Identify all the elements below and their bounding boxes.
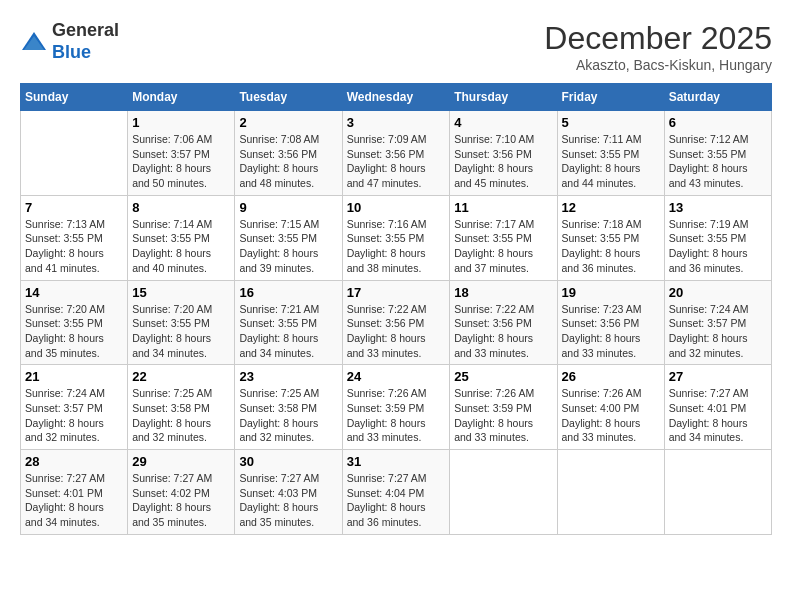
month-title: December 2025 — [544, 20, 772, 57]
calendar-cell: 13Sunrise: 7:19 AM Sunset: 3:55 PM Dayli… — [664, 195, 771, 280]
day-info: Sunrise: 7:27 AM Sunset: 4:04 PM Dayligh… — [347, 471, 446, 530]
day-number: 19 — [562, 285, 660, 300]
day-number: 16 — [239, 285, 337, 300]
calendar-cell: 15Sunrise: 7:20 AM Sunset: 3:55 PM Dayli… — [128, 280, 235, 365]
day-info: Sunrise: 7:15 AM Sunset: 3:55 PM Dayligh… — [239, 217, 337, 276]
day-info: Sunrise: 7:19 AM Sunset: 3:55 PM Dayligh… — [669, 217, 767, 276]
day-number: 15 — [132, 285, 230, 300]
calendar-cell: 23Sunrise: 7:25 AM Sunset: 3:58 PM Dayli… — [235, 365, 342, 450]
day-number: 8 — [132, 200, 230, 215]
logo-general-text: General — [52, 20, 119, 40]
calendar-cell — [557, 450, 664, 535]
calendar-cell: 11Sunrise: 7:17 AM Sunset: 3:55 PM Dayli… — [450, 195, 557, 280]
day-number: 13 — [669, 200, 767, 215]
day-number: 31 — [347, 454, 446, 469]
day-number: 29 — [132, 454, 230, 469]
day-info: Sunrise: 7:11 AM Sunset: 3:55 PM Dayligh… — [562, 132, 660, 191]
day-info: Sunrise: 7:20 AM Sunset: 3:55 PM Dayligh… — [132, 302, 230, 361]
page-header: General Blue December 2025 Akaszto, Bacs… — [20, 20, 772, 73]
calendar-cell: 3Sunrise: 7:09 AM Sunset: 3:56 PM Daylig… — [342, 111, 450, 196]
week-row-2: 7Sunrise: 7:13 AM Sunset: 3:55 PM Daylig… — [21, 195, 772, 280]
day-info: Sunrise: 7:25 AM Sunset: 3:58 PM Dayligh… — [132, 386, 230, 445]
day-number: 12 — [562, 200, 660, 215]
day-number: 10 — [347, 200, 446, 215]
calendar-cell: 25Sunrise: 7:26 AM Sunset: 3:59 PM Dayli… — [450, 365, 557, 450]
calendar-cell: 12Sunrise: 7:18 AM Sunset: 3:55 PM Dayli… — [557, 195, 664, 280]
calendar-cell: 10Sunrise: 7:16 AM Sunset: 3:55 PM Dayli… — [342, 195, 450, 280]
day-info: Sunrise: 7:22 AM Sunset: 3:56 PM Dayligh… — [347, 302, 446, 361]
day-info: Sunrise: 7:13 AM Sunset: 3:55 PM Dayligh… — [25, 217, 123, 276]
day-number: 17 — [347, 285, 446, 300]
calendar-cell: 5Sunrise: 7:11 AM Sunset: 3:55 PM Daylig… — [557, 111, 664, 196]
location-text: Akaszto, Bacs-Kiskun, Hungary — [544, 57, 772, 73]
calendar-cell: 26Sunrise: 7:26 AM Sunset: 4:00 PM Dayli… — [557, 365, 664, 450]
calendar-cell: 2Sunrise: 7:08 AM Sunset: 3:56 PM Daylig… — [235, 111, 342, 196]
week-row-3: 14Sunrise: 7:20 AM Sunset: 3:55 PM Dayli… — [21, 280, 772, 365]
day-number: 5 — [562, 115, 660, 130]
calendar-cell: 14Sunrise: 7:20 AM Sunset: 3:55 PM Dayli… — [21, 280, 128, 365]
day-number: 4 — [454, 115, 552, 130]
day-number: 11 — [454, 200, 552, 215]
title-section: December 2025 Akaszto, Bacs-Kiskun, Hung… — [544, 20, 772, 73]
day-info: Sunrise: 7:17 AM Sunset: 3:55 PM Dayligh… — [454, 217, 552, 276]
day-number: 7 — [25, 200, 123, 215]
day-info: Sunrise: 7:25 AM Sunset: 3:58 PM Dayligh… — [239, 386, 337, 445]
day-number: 18 — [454, 285, 552, 300]
day-info: Sunrise: 7:23 AM Sunset: 3:56 PM Dayligh… — [562, 302, 660, 361]
calendar-table: SundayMondayTuesdayWednesdayThursdayFrid… — [20, 83, 772, 535]
calendar-cell: 7Sunrise: 7:13 AM Sunset: 3:55 PM Daylig… — [21, 195, 128, 280]
day-number: 25 — [454, 369, 552, 384]
day-info: Sunrise: 7:08 AM Sunset: 3:56 PM Dayligh… — [239, 132, 337, 191]
day-header-friday: Friday — [557, 84, 664, 111]
calendar-cell: 28Sunrise: 7:27 AM Sunset: 4:01 PM Dayli… — [21, 450, 128, 535]
day-header-monday: Monday — [128, 84, 235, 111]
day-info: Sunrise: 7:24 AM Sunset: 3:57 PM Dayligh… — [25, 386, 123, 445]
day-info: Sunrise: 7:26 AM Sunset: 3:59 PM Dayligh… — [347, 386, 446, 445]
day-number: 28 — [25, 454, 123, 469]
calendar-cell — [450, 450, 557, 535]
calendar-cell: 9Sunrise: 7:15 AM Sunset: 3:55 PM Daylig… — [235, 195, 342, 280]
day-info: Sunrise: 7:27 AM Sunset: 4:03 PM Dayligh… — [239, 471, 337, 530]
day-header-saturday: Saturday — [664, 84, 771, 111]
day-info: Sunrise: 7:22 AM Sunset: 3:56 PM Dayligh… — [454, 302, 552, 361]
day-info: Sunrise: 7:06 AM Sunset: 3:57 PM Dayligh… — [132, 132, 230, 191]
day-number: 2 — [239, 115, 337, 130]
day-info: Sunrise: 7:26 AM Sunset: 4:00 PM Dayligh… — [562, 386, 660, 445]
day-number: 30 — [239, 454, 337, 469]
calendar-header-row: SundayMondayTuesdayWednesdayThursdayFrid… — [21, 84, 772, 111]
calendar-cell: 19Sunrise: 7:23 AM Sunset: 3:56 PM Dayli… — [557, 280, 664, 365]
calendar-cell: 20Sunrise: 7:24 AM Sunset: 3:57 PM Dayli… — [664, 280, 771, 365]
week-row-4: 21Sunrise: 7:24 AM Sunset: 3:57 PM Dayli… — [21, 365, 772, 450]
day-number: 27 — [669, 369, 767, 384]
calendar-cell: 21Sunrise: 7:24 AM Sunset: 3:57 PM Dayli… — [21, 365, 128, 450]
calendar-body: 1Sunrise: 7:06 AM Sunset: 3:57 PM Daylig… — [21, 111, 772, 535]
calendar-cell: 1Sunrise: 7:06 AM Sunset: 3:57 PM Daylig… — [128, 111, 235, 196]
day-number: 22 — [132, 369, 230, 384]
week-row-1: 1Sunrise: 7:06 AM Sunset: 3:57 PM Daylig… — [21, 111, 772, 196]
calendar-cell: 31Sunrise: 7:27 AM Sunset: 4:04 PM Dayli… — [342, 450, 450, 535]
logo-icon — [20, 28, 48, 56]
calendar-cell: 27Sunrise: 7:27 AM Sunset: 4:01 PM Dayli… — [664, 365, 771, 450]
calendar-cell: 8Sunrise: 7:14 AM Sunset: 3:55 PM Daylig… — [128, 195, 235, 280]
calendar-cell: 22Sunrise: 7:25 AM Sunset: 3:58 PM Dayli… — [128, 365, 235, 450]
day-number: 23 — [239, 369, 337, 384]
day-header-sunday: Sunday — [21, 84, 128, 111]
day-number: 24 — [347, 369, 446, 384]
calendar-cell — [21, 111, 128, 196]
day-number: 6 — [669, 115, 767, 130]
day-info: Sunrise: 7:20 AM Sunset: 3:55 PM Dayligh… — [25, 302, 123, 361]
day-info: Sunrise: 7:16 AM Sunset: 3:55 PM Dayligh… — [347, 217, 446, 276]
day-number: 21 — [25, 369, 123, 384]
calendar-cell: 16Sunrise: 7:21 AM Sunset: 3:55 PM Dayli… — [235, 280, 342, 365]
day-header-tuesday: Tuesday — [235, 84, 342, 111]
calendar-cell: 4Sunrise: 7:10 AM Sunset: 3:56 PM Daylig… — [450, 111, 557, 196]
day-info: Sunrise: 7:18 AM Sunset: 3:55 PM Dayligh… — [562, 217, 660, 276]
day-header-thursday: Thursday — [450, 84, 557, 111]
day-number: 9 — [239, 200, 337, 215]
day-info: Sunrise: 7:27 AM Sunset: 4:02 PM Dayligh… — [132, 471, 230, 530]
day-number: 3 — [347, 115, 446, 130]
calendar-cell: 29Sunrise: 7:27 AM Sunset: 4:02 PM Dayli… — [128, 450, 235, 535]
day-info: Sunrise: 7:26 AM Sunset: 3:59 PM Dayligh… — [454, 386, 552, 445]
day-info: Sunrise: 7:10 AM Sunset: 3:56 PM Dayligh… — [454, 132, 552, 191]
day-info: Sunrise: 7:12 AM Sunset: 3:55 PM Dayligh… — [669, 132, 767, 191]
